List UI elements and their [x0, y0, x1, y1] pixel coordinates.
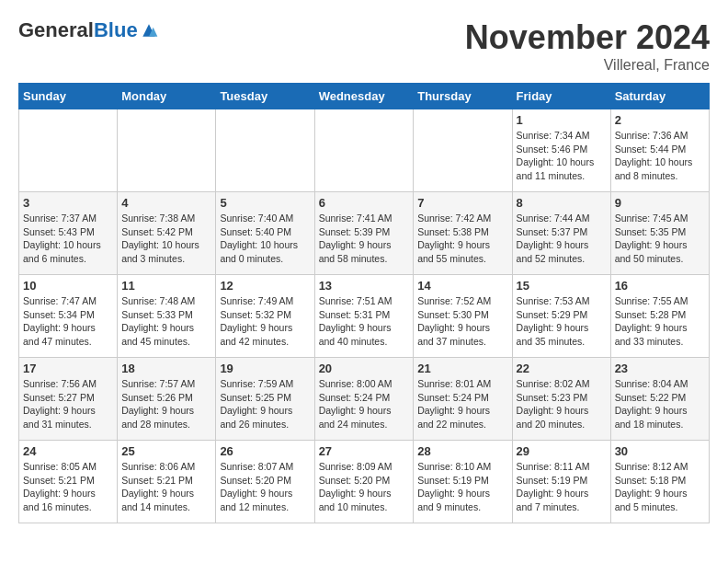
day-info: Sunrise: 8:11 AMSunset: 5:19 PMDaylight:… — [517, 460, 607, 514]
day-number: 22 — [517, 362, 607, 375]
day-info: Sunrise: 7:38 AMSunset: 5:42 PMDaylight:… — [121, 212, 211, 266]
calendar-day-cell — [414, 109, 512, 192]
calendar-day-cell: 1Sunrise: 7:34 AMSunset: 5:46 PMDaylight… — [512, 109, 610, 192]
calendar-day-cell — [118, 109, 216, 192]
day-number: 24 — [23, 444, 113, 458]
day-info: Sunrise: 7:47 AMSunset: 5:34 PMDaylight:… — [23, 294, 113, 349]
day-info: Sunrise: 7:34 AMSunset: 5:46 PMDaylight:… — [517, 129, 607, 183]
day-info: Sunrise: 8:07 AMSunset: 5:20 PMDaylight:… — [220, 460, 310, 514]
day-number: 5 — [220, 196, 310, 210]
day-info: Sunrise: 8:01 AMSunset: 5:24 PMDaylight:… — [417, 377, 507, 431]
day-info: Sunrise: 7:48 AMSunset: 5:33 PMDaylight:… — [121, 294, 211, 349]
calendar-day-cell: 11Sunrise: 7:48 AMSunset: 5:33 PMDayligh… — [118, 275, 216, 358]
calendar-day-cell: 8Sunrise: 7:44 AMSunset: 5:37 PMDaylight… — [512, 192, 610, 275]
day-info: Sunrise: 8:02 AMSunset: 5:23 PMDaylight:… — [517, 377, 607, 431]
month-year-heading: November 2024 — [465, 18, 710, 57]
day-info: Sunrise: 8:05 AMSunset: 5:21 PMDaylight:… — [23, 460, 113, 514]
day-number: 14 — [417, 279, 507, 293]
calendar-day-cell: 28Sunrise: 8:10 AMSunset: 5:19 PMDayligh… — [414, 441, 512, 523]
day-info: Sunrise: 8:09 AMSunset: 5:20 PMDaylight:… — [319, 460, 410, 514]
day-number: 17 — [23, 362, 113, 375]
day-info: Sunrise: 7:57 AMSunset: 5:26 PMDaylight:… — [121, 377, 211, 431]
day-info: Sunrise: 7:37 AMSunset: 5:43 PMDaylight:… — [23, 212, 113, 266]
calendar-week-row: 10Sunrise: 7:47 AMSunset: 5:34 PMDayligh… — [19, 275, 710, 358]
day-number: 18 — [121, 362, 211, 375]
day-info: Sunrise: 7:44 AMSunset: 5:37 PMDaylight:… — [517, 212, 607, 266]
calendar-day-cell: 27Sunrise: 8:09 AMSunset: 5:20 PMDayligh… — [314, 441, 414, 523]
calendar-day-cell: 14Sunrise: 7:52 AMSunset: 5:30 PMDayligh… — [414, 275, 512, 358]
calendar-day-cell: 2Sunrise: 7:36 AMSunset: 5:44 PMDaylight… — [610, 109, 709, 192]
day-of-week-header: Saturday — [610, 84, 709, 109]
day-number: 1 — [517, 113, 607, 127]
day-info: Sunrise: 7:36 AMSunset: 5:44 PMDaylight:… — [615, 129, 705, 183]
month-title: November 2024 Villereal, France — [465, 18, 710, 74]
days-of-week-row: SundayMondayTuesdayWednesdayThursdayFrid… — [19, 84, 710, 109]
day-info: Sunrise: 7:45 AMSunset: 5:35 PMDaylight:… — [615, 212, 705, 266]
day-number: 8 — [517, 196, 607, 210]
day-number: 26 — [220, 444, 310, 458]
day-info: Sunrise: 7:41 AMSunset: 5:39 PMDaylight:… — [319, 212, 410, 266]
day-info: Sunrise: 7:56 AMSunset: 5:27 PMDaylight:… — [23, 377, 113, 431]
day-of-week-header: Friday — [512, 84, 610, 109]
day-number: 27 — [319, 444, 410, 458]
day-info: Sunrise: 8:06 AMSunset: 5:21 PMDaylight:… — [121, 460, 211, 514]
calendar-day-cell: 17Sunrise: 7:56 AMSunset: 5:27 PMDayligh… — [19, 358, 118, 441]
day-number: 16 — [615, 279, 705, 293]
calendar-day-cell: 6Sunrise: 7:41 AMSunset: 5:39 PMDaylight… — [314, 192, 414, 275]
day-info: Sunrise: 7:51 AMSunset: 5:31 PMDaylight:… — [319, 294, 410, 349]
day-of-week-header: Thursday — [414, 84, 512, 109]
day-of-week-header: Wednesday — [314, 84, 414, 109]
day-number: 23 — [615, 362, 705, 375]
day-number: 10 — [23, 279, 113, 293]
calendar-week-row: 1Sunrise: 7:34 AMSunset: 5:46 PMDaylight… — [19, 109, 710, 192]
page-header: GeneralBlue November 2024 Villereal, Fra… — [18, 18, 710, 74]
calendar-day-cell: 22Sunrise: 8:02 AMSunset: 5:23 PMDayligh… — [512, 358, 610, 441]
day-info: Sunrise: 8:12 AMSunset: 5:18 PMDaylight:… — [615, 460, 705, 514]
calendar-day-cell: 13Sunrise: 7:51 AMSunset: 5:31 PMDayligh… — [314, 275, 414, 358]
calendar-day-cell: 15Sunrise: 7:53 AMSunset: 5:29 PMDayligh… — [512, 275, 610, 358]
calendar-day-cell: 23Sunrise: 8:04 AMSunset: 5:22 PMDayligh… — [610, 358, 709, 441]
day-number: 25 — [121, 444, 211, 458]
calendar-day-cell: 29Sunrise: 8:11 AMSunset: 5:19 PMDayligh… — [512, 441, 610, 523]
day-number: 15 — [517, 279, 607, 293]
day-info: Sunrise: 7:55 AMSunset: 5:28 PMDaylight:… — [615, 294, 705, 349]
calendar-day-cell: 12Sunrise: 7:49 AMSunset: 5:32 PMDayligh… — [216, 275, 314, 358]
calendar-day-cell: 24Sunrise: 8:05 AMSunset: 5:21 PMDayligh… — [19, 441, 118, 523]
location-heading: Villereal, France — [465, 57, 710, 74]
day-number: 11 — [121, 279, 211, 293]
day-number: 7 — [417, 196, 507, 210]
calendar-day-cell: 9Sunrise: 7:45 AMSunset: 5:35 PMDaylight… — [610, 192, 709, 275]
day-number: 13 — [319, 279, 410, 293]
calendar-day-cell: 5Sunrise: 7:40 AMSunset: 5:40 PMDaylight… — [216, 192, 314, 275]
calendar-day-cell: 10Sunrise: 7:47 AMSunset: 5:34 PMDayligh… — [19, 275, 118, 358]
day-number: 6 — [319, 196, 410, 210]
day-info: Sunrise: 7:42 AMSunset: 5:38 PMDaylight:… — [417, 212, 507, 266]
day-number: 19 — [220, 362, 310, 375]
calendar-week-row: 3Sunrise: 7:37 AMSunset: 5:43 PMDaylight… — [19, 192, 710, 275]
calendar-table: SundayMondayTuesdayWednesdayThursdayFrid… — [18, 83, 710, 523]
day-info: Sunrise: 7:40 AMSunset: 5:40 PMDaylight:… — [220, 212, 310, 266]
logo-icon — [140, 21, 158, 40]
day-of-week-header: Tuesday — [216, 84, 314, 109]
day-number: 30 — [615, 444, 705, 458]
calendar-day-cell: 30Sunrise: 8:12 AMSunset: 5:18 PMDayligh… — [610, 441, 709, 523]
day-number: 21 — [417, 362, 507, 375]
calendar-week-row: 17Sunrise: 7:56 AMSunset: 5:27 PMDayligh… — [19, 358, 710, 441]
calendar-day-cell: 7Sunrise: 7:42 AMSunset: 5:38 PMDaylight… — [414, 192, 512, 275]
day-number: 20 — [319, 362, 410, 375]
calendar-week-row: 24Sunrise: 8:05 AMSunset: 5:21 PMDayligh… — [19, 441, 710, 523]
calendar-day-cell — [216, 109, 314, 192]
day-number: 4 — [121, 196, 211, 210]
calendar-body: 1Sunrise: 7:34 AMSunset: 5:46 PMDaylight… — [19, 109, 710, 523]
calendar-day-cell: 3Sunrise: 7:37 AMSunset: 5:43 PMDaylight… — [19, 192, 118, 275]
calendar-day-cell — [314, 109, 414, 192]
day-info: Sunrise: 7:59 AMSunset: 5:25 PMDaylight:… — [220, 377, 310, 431]
day-number: 12 — [220, 279, 310, 293]
day-number: 29 — [517, 444, 607, 458]
day-of-week-header: Sunday — [19, 84, 118, 109]
calendar-day-cell: 19Sunrise: 7:59 AMSunset: 5:25 PMDayligh… — [216, 358, 314, 441]
day-info: Sunrise: 7:52 AMSunset: 5:30 PMDaylight:… — [417, 294, 507, 349]
calendar-day-cell: 21Sunrise: 8:01 AMSunset: 5:24 PMDayligh… — [414, 358, 512, 441]
day-of-week-header: Monday — [118, 84, 216, 109]
day-info: Sunrise: 7:53 AMSunset: 5:29 PMDaylight:… — [517, 294, 607, 349]
